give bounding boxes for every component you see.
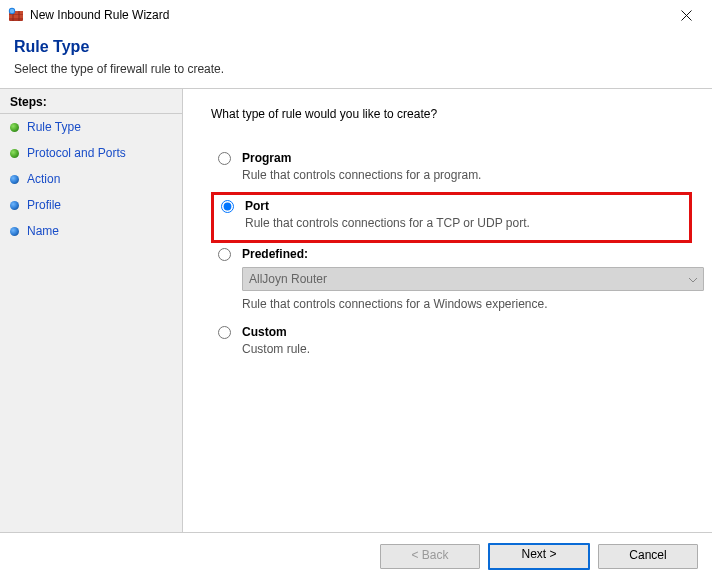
rule-type-options: Program Rule that controls connections f…: [211, 147, 692, 366]
window-title: New Inbound Rule Wizard: [30, 8, 664, 22]
option-description: Rule that controls connections for a Win…: [242, 297, 690, 311]
page-subtitle: Select the type of firewall rule to crea…: [14, 62, 698, 76]
step-rule-type[interactable]: Rule Type: [0, 114, 182, 140]
radio-custom[interactable]: [218, 326, 231, 339]
predefined-dropdown-value: AllJoyn Router: [249, 272, 327, 286]
chevron-down-icon: [689, 272, 697, 286]
step-action[interactable]: Action: [0, 166, 182, 192]
close-button[interactable]: [664, 1, 708, 29]
step-bullet-icon: [10, 227, 19, 236]
step-label: Protocol and Ports: [27, 144, 126, 162]
page-title: Rule Type: [14, 38, 698, 56]
wizard-body: Steps: Rule Type Protocol and Ports Acti…: [0, 88, 712, 533]
step-protocol-and-ports[interactable]: Protocol and Ports: [0, 140, 182, 166]
title-bar: New Inbound Rule Wizard: [0, 0, 712, 30]
wizard-footer: < Back Next > Cancel: [0, 533, 712, 579]
cancel-button[interactable]: Cancel: [598, 544, 698, 569]
step-bullet-icon: [10, 175, 19, 184]
option-custom[interactable]: Custom Custom rule.: [211, 321, 692, 366]
option-predefined[interactable]: Predefined: AllJoyn Router Rule that con…: [211, 243, 692, 321]
option-label: Program: [242, 151, 690, 165]
predefined-dropdown: AllJoyn Router: [242, 267, 704, 291]
steps-title: Steps:: [0, 95, 182, 114]
firewall-icon: [8, 7, 24, 23]
radio-program[interactable]: [218, 152, 231, 165]
rule-type-question: What type of rule would you like to crea…: [211, 107, 692, 121]
back-button: < Back: [380, 544, 480, 569]
steps-sidebar: Steps: Rule Type Protocol and Ports Acti…: [0, 89, 183, 532]
option-label: Custom: [242, 325, 690, 339]
option-port[interactable]: Port Rule that controls connections for …: [211, 192, 692, 243]
step-bullet-icon: [10, 149, 19, 158]
wizard-content: What type of rule would you like to crea…: [183, 89, 712, 532]
option-description: Custom rule.: [242, 342, 690, 356]
option-description: Rule that controls connections for a TCP…: [245, 216, 687, 230]
step-label: Profile: [27, 196, 61, 214]
svg-rect-2: [9, 15, 23, 18]
option-label: Predefined:: [242, 247, 690, 261]
radio-predefined[interactable]: [218, 248, 231, 261]
wizard-window: New Inbound Rule Wizard Rule Type Select…: [0, 0, 712, 579]
option-program[interactable]: Program Rule that controls connections f…: [211, 147, 692, 192]
step-profile[interactable]: Profile: [0, 192, 182, 218]
wizard-header: Rule Type Select the type of firewall ru…: [0, 30, 712, 88]
option-description: Rule that controls connections for a pro…: [242, 168, 690, 182]
radio-port[interactable]: [221, 200, 234, 213]
step-bullet-icon: [10, 123, 19, 132]
step-label: Rule Type: [27, 118, 81, 136]
option-label: Port: [245, 199, 687, 213]
step-name[interactable]: Name: [0, 218, 182, 244]
step-bullet-icon: [10, 201, 19, 210]
step-label: Action: [27, 170, 60, 188]
step-label: Name: [27, 222, 59, 240]
svg-point-6: [10, 9, 14, 13]
close-icon: [681, 10, 692, 21]
next-button[interactable]: Next >: [488, 543, 590, 570]
